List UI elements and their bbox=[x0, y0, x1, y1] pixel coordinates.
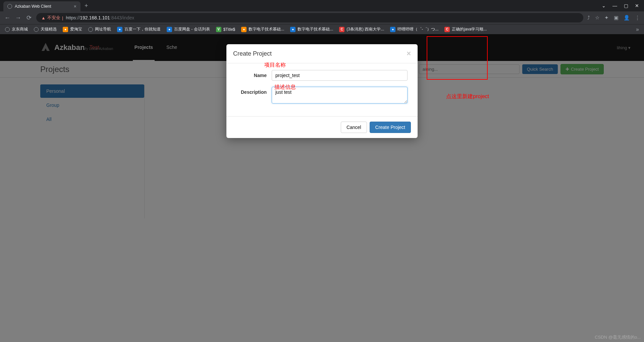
close-tab-icon[interactable]: × bbox=[74, 4, 76, 9]
url-text: https://192.168.1.101:8443/index bbox=[66, 15, 134, 20]
forward-icon[interactable]: → bbox=[15, 14, 21, 21]
modal-footer: Cancel Create Project bbox=[226, 116, 418, 138]
bookmark-icon bbox=[88, 27, 93, 32]
bookmark-icon: ● bbox=[167, 27, 172, 32]
bookmark-icon bbox=[34, 27, 39, 32]
bookmark-label: 正确的java学习顺... bbox=[452, 26, 487, 32]
bookmark-item[interactable]: ●数字电子技术基础... bbox=[290, 26, 333, 32]
bookmark-label: 哔哩哔哩（゜-゜）つ... bbox=[397, 26, 438, 32]
create-button[interactable]: Create Project bbox=[370, 122, 411, 133]
bookmark-label: 数字电子技术基础... bbox=[249, 26, 284, 32]
bookmark-item[interactable]: ●百度网盘 - 会话列表 bbox=[167, 26, 210, 32]
bookmark-icon: ● bbox=[241, 27, 247, 32]
globe-icon bbox=[7, 4, 12, 9]
bookmark-label: 京东商城 bbox=[12, 26, 28, 32]
bookmark-item[interactable]: ●百度一下，你就知道 bbox=[117, 26, 161, 32]
bookmark-item[interactable]: ●爱淘宝 bbox=[63, 26, 82, 32]
security-warning-icon: ▲ 不安全 | bbox=[41, 15, 63, 21]
create-project-modal: Create Project × Name Description Cancel… bbox=[226, 44, 418, 138]
tab-title: Azkaban Web Client bbox=[15, 4, 71, 9]
bookmark-item[interactable]: ●哔哩哔哩（゜-゜）つ... bbox=[390, 26, 438, 32]
close-window-icon[interactable]: ✕ bbox=[635, 3, 639, 8]
sidepanel-icon[interactable]: ▣ bbox=[614, 15, 619, 21]
bookmark-label: 爱淘宝 bbox=[70, 26, 82, 32]
reload-icon[interactable]: ⟳ bbox=[25, 14, 32, 21]
bookmark-overflow-icon[interactable]: » bbox=[636, 26, 639, 32]
browser-tab-bar: Azkaban Web Client × + ⌄ — ▢ ✕ bbox=[0, 0, 644, 11]
star-icon[interactable]: ☆ bbox=[595, 15, 599, 21]
chevron-down-icon[interactable]: ⌄ bbox=[602, 3, 606, 8]
bookmark-icon: V bbox=[216, 27, 221, 32]
window-controls: ⌄ — ▢ ✕ bbox=[602, 3, 644, 8]
bookmark-icon: ● bbox=[63, 27, 68, 32]
cancel-button[interactable]: Cancel bbox=[341, 122, 367, 133]
bookmark-label: 百度网盘 - 会话列表 bbox=[174, 26, 210, 32]
modal-header: Create Project × bbox=[226, 44, 418, 63]
project-name-input[interactable] bbox=[272, 70, 408, 81]
bookmark-label: 百度一下，你就知道 bbox=[124, 26, 161, 32]
description-label: Description bbox=[236, 87, 267, 95]
modal-body: Name Description bbox=[226, 63, 418, 116]
share-icon[interactable]: ⤴ bbox=[587, 15, 590, 21]
browser-tab[interactable]: Azkaban Web Client × bbox=[3, 1, 80, 11]
menu-icon[interactable]: ⋮ bbox=[635, 15, 640, 21]
extensions-icon[interactable]: ✦ bbox=[604, 15, 609, 21]
bookmark-label: 数字电子技术基础... bbox=[298, 26, 333, 32]
browser-toolbar: ← → ⟳ ▲ 不安全 | https://192.168.1.101:8443… bbox=[0, 11, 644, 24]
bookmark-item[interactable]: 京东商城 bbox=[5, 26, 28, 32]
bookmark-label: 天猫精选 bbox=[41, 26, 57, 32]
watermark: CSDN @毫无感情的o... bbox=[595, 334, 641, 340]
bookmark-item[interactable]: 网址导航 bbox=[88, 26, 111, 32]
profile-icon[interactable]: 👤 bbox=[624, 15, 630, 21]
bookmark-icon bbox=[5, 27, 10, 32]
modal-title: Create Project bbox=[233, 50, 272, 57]
bookmark-label: $Title$ bbox=[223, 27, 235, 32]
maximize-icon[interactable]: ▢ bbox=[624, 3, 628, 8]
bookmark-item[interactable]: 天猫精选 bbox=[34, 26, 57, 32]
bookmark-icon: ● bbox=[117, 27, 122, 32]
bookmark-item[interactable]: V$Title$ bbox=[216, 27, 235, 32]
bookmark-item[interactable]: C(3条消息) 西南大学... bbox=[339, 26, 384, 32]
bookmark-label: (3条消息) 西南大学... bbox=[346, 26, 384, 32]
project-description-input[interactable] bbox=[272, 87, 408, 104]
name-label: Name bbox=[236, 70, 267, 78]
bookmark-icon: C bbox=[339, 27, 344, 32]
url-bar[interactable]: ▲ 不安全 | https://192.168.1.101:8443/index bbox=[36, 13, 583, 22]
bookmark-icon: ● bbox=[290, 27, 296, 32]
bookmark-icon: C bbox=[444, 27, 450, 32]
bookmarks-bar: 京东商城天猫精选●爱淘宝网址导航●百度一下，你就知道●百度网盘 - 会话列表V$… bbox=[0, 24, 644, 34]
back-icon[interactable]: ← bbox=[4, 14, 11, 21]
close-icon[interactable]: × bbox=[407, 49, 411, 58]
minimize-icon[interactable]: — bbox=[612, 3, 617, 8]
bookmark-label: 网址导航 bbox=[95, 26, 111, 32]
bookmark-item[interactable]: ●数字电子技术基础... bbox=[241, 26, 284, 32]
new-tab-button[interactable]: + bbox=[85, 2, 88, 9]
bookmark-icon: ● bbox=[390, 27, 395, 32]
bookmark-item[interactable]: C正确的java学习顺... bbox=[444, 26, 487, 32]
